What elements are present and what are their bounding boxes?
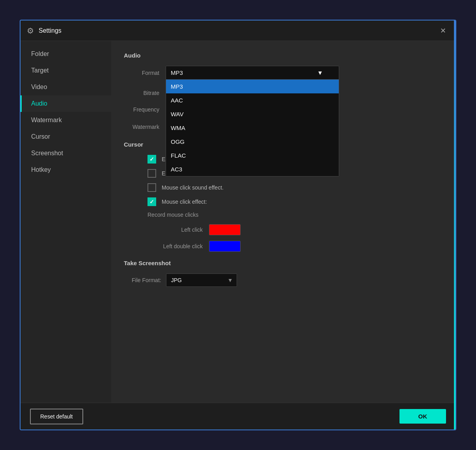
format-option-aac[interactable]: AAC: [166, 93, 339, 107]
close-button[interactable]: ✕: [437, 25, 449, 37]
sidebar-item-target[interactable]: Target: [21, 62, 111, 79]
cursor-checkbox-4[interactable]: [147, 197, 156, 206]
bottom-bar: Reset default OK: [21, 403, 455, 430]
screenshot-section: Take Screenshot File Format: JPG PNG BMP…: [124, 260, 443, 287]
cursor-checkbox-3[interactable]: [147, 183, 156, 192]
file-format-select[interactable]: JPG PNG BMP: [166, 273, 237, 287]
main-content: Folder Target Video Audio Watermark Curs…: [21, 41, 455, 403]
left-double-click-label: Left double click: [147, 243, 203, 249]
bitrate-label: Bitrate: [124, 90, 159, 96]
sidebar-item-audio[interactable]: Audio: [21, 95, 111, 112]
audio-section-header: Audio: [124, 52, 443, 59]
left-click-color-swatch[interactable]: [209, 224, 241, 235]
reset-default-button[interactable]: Reset default: [30, 409, 83, 424]
format-option-wav[interactable]: WAV: [166, 107, 339, 121]
format-dropdown-arrow: ▼: [317, 69, 323, 76]
format-label: Format: [124, 70, 159, 76]
format-dropdown-header[interactable]: MP3 ▼: [166, 66, 339, 80]
format-option-ogg[interactable]: OGG: [166, 135, 339, 149]
left-click-row: Left click: [124, 224, 443, 235]
format-option-wma[interactable]: WMA: [166, 121, 339, 135]
sidebar-item-hotkey[interactable]: Hotkey: [21, 162, 111, 178]
screenshot-section-header: Take Screenshot: [124, 260, 443, 266]
cursor-checkbox-1[interactable]: [147, 155, 156, 164]
left-click-label: Left click: [147, 227, 203, 233]
format-row: Format MP3 ▼ MP3 AAC WAV WMA OGG FLAC AC…: [124, 66, 443, 80]
cursor-label-4: Mouse click effect:: [162, 199, 207, 205]
format-option-flac[interactable]: FLAC: [166, 149, 339, 162]
frequency-label: Frequency: [124, 106, 159, 113]
sidebar-item-screenshot[interactable]: Screenshot: [21, 145, 111, 162]
sidebar-item-watermark[interactable]: Watermark: [21, 112, 111, 128]
cursor-checkbox-2[interactable]: [147, 169, 156, 178]
title-bar: ⚙ Settings ✕: [21, 20, 455, 41]
window-title: Settings: [39, 27, 437, 34]
content-area: Audio Format MP3 ▼ MP3 AAC WAV WMA OGG: [111, 41, 455, 403]
format-option-mp3[interactable]: MP3: [166, 80, 339, 93]
settings-window: ⚙ Settings ✕ Folder Target Video Audio W…: [20, 20, 456, 430]
sidebar-item-cursor[interactable]: Cursor: [21, 128, 111, 145]
left-double-click-color-swatch[interactable]: [209, 241, 241, 252]
sidebar-item-video[interactable]: Video: [21, 79, 111, 95]
record-clicks-label: Record mouse clicks: [124, 212, 443, 218]
left-double-click-row: Left double click: [124, 241, 443, 252]
cursor-option-4-row: Mouse click effect:: [124, 197, 443, 206]
file-format-label: File Format:: [132, 277, 161, 283]
sidebar: Folder Target Video Audio Watermark Curs…: [21, 41, 111, 403]
format-option-ac3[interactable]: AC3: [166, 162, 339, 176]
sidebar-item-folder[interactable]: Folder: [21, 46, 111, 62]
format-dropdown-container: MP3 ▼ MP3 AAC WAV WMA OGG FLAC AC3: [166, 66, 339, 80]
ok-button[interactable]: OK: [399, 409, 446, 424]
watermark-label: Watermark: [124, 124, 159, 130]
screenshot-format-row: File Format: JPG PNG BMP ▼: [124, 273, 443, 287]
cursor-label-3: Mouse click sound effect.: [162, 184, 224, 191]
settings-icon: ⚙: [27, 26, 34, 35]
format-dropdown-list: MP3 AAC WAV WMA OGG FLAC AC3: [166, 80, 339, 177]
cursor-option-3-row: Mouse click sound effect.: [124, 183, 443, 192]
file-format-dropdown-wrap: JPG PNG BMP ▼: [166, 273, 237, 287]
